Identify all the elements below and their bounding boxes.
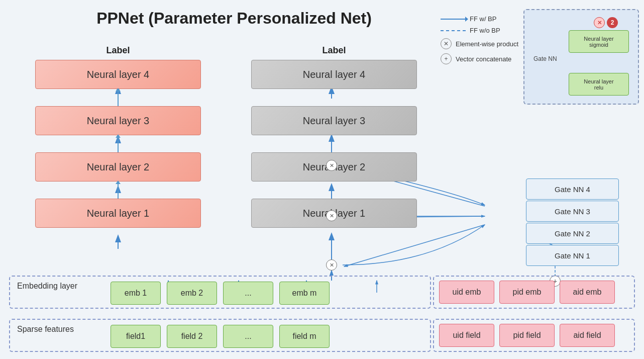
x-circle-3: ✕ <box>326 160 337 171</box>
uid-emb: uid emb <box>439 281 494 304</box>
legend-ff-nobp-label: FF w/o BP <box>470 27 500 34</box>
x-circle-2: ✕ <box>326 210 337 221</box>
legend: FF w/ BP FF w/o BP ✕ Element-wise produc… <box>441 15 518 68</box>
legend-ff-bp: FF w/ BP <box>441 15 518 23</box>
left-arrow-3 <box>118 137 119 152</box>
legend-elem-wise: ✕ Element-wise product <box>441 38 518 49</box>
legend-plus-symbol: + <box>441 53 452 64</box>
legend-elem-wise-label: Element-wise product <box>456 40 518 48</box>
field-ellipsis: ... <box>223 325 273 348</box>
aid-field: aid field <box>560 324 615 347</box>
inset-relu-box: Neural layer relu <box>569 73 629 96</box>
legend-vector-concat-label: Vector concatenate <box>456 55 511 63</box>
gate-3: Gate NN 3 <box>526 201 619 222</box>
legend-solid-line <box>441 19 466 20</box>
sparse-section: Sparse features field1 field 2 ... field… <box>9 319 431 352</box>
left-layer-3: Neural layer 3 <box>35 106 201 135</box>
emb-ellipsis: ... <box>223 282 273 305</box>
middle-network: Label Neural layer 4 Neural layer 3 Neur… <box>251 45 417 230</box>
left-network: Label Neural layer 4 Neural layer 3 Neur… <box>35 45 201 230</box>
embedding-label: Embedding layer <box>17 282 77 291</box>
mid-label: Label <box>251 45 417 56</box>
inset-gate-label: Gate NN <box>533 55 557 62</box>
embedding-section: Embedding layer emb 1 emb 2 ... emb m <box>9 276 431 309</box>
gate-1: Gate NN 1 <box>526 245 619 266</box>
sparse-label: Sparse features <box>17 325 74 334</box>
page-title: PPNet (Parameter Personalized Net) <box>25 9 443 28</box>
left-label: Label <box>35 45 201 56</box>
x-circle-1: ✕ <box>326 259 337 271</box>
field-m: field m <box>279 325 330 348</box>
emb-m: emb m <box>279 282 330 305</box>
legend-dashed-line <box>441 30 466 31</box>
pid-emb: pid emb <box>499 281 555 304</box>
left-layer-2: Neural layer 2 <box>35 152 201 182</box>
left-arrow-4 <box>118 91 119 106</box>
left-layer-1: Neural layer 1 <box>35 199 201 228</box>
inset-diagram: ✕ 2 Gate NN Neural layer sigmoid Neural … <box>523 9 639 105</box>
legend-ff-nobp: FF w/o BP <box>441 27 518 34</box>
emb-1: emb 1 <box>111 282 161 305</box>
aid-emb: aid emb <box>560 281 615 304</box>
field-1: field1 <box>111 325 161 348</box>
legend-vector-concat: + Vector concatenate <box>441 53 518 64</box>
pid-field: pid field <box>499 324 555 347</box>
field-2: field 2 <box>167 325 217 348</box>
gate-stack: Gate NN 4 Gate NN 3 Gate NN 2 Gate NN 1 <box>526 178 619 267</box>
mid-layer-4: Neural layer 4 <box>251 60 417 89</box>
left-arrow-2 <box>118 184 119 199</box>
gate-2: Gate NN 2 <box>526 223 619 244</box>
left-layer-4: Neural layer 4 <box>35 60 201 89</box>
right-embedding-section: uid emb pid emb aid emb <box>433 276 635 309</box>
legend-x-symbol: ✕ <box>441 38 452 49</box>
emb-2: emb 2 <box>167 282 217 305</box>
right-sparse-section: uid field pid field aid field <box>433 319 635 352</box>
inset-num-badge: 2 <box>607 17 618 28</box>
uid-field: uid field <box>439 324 494 347</box>
inset-x-badge: ✕ <box>594 17 605 28</box>
svg-line-12 <box>344 225 485 266</box>
legend-ff-bp-label: FF w/ BP <box>470 15 496 23</box>
inset-sigmoid-box: Neural layer sigmoid <box>569 30 629 53</box>
mid-layer-3: Neural layer 3 <box>251 106 417 135</box>
gate-4: Gate NN 4 <box>526 178 619 200</box>
